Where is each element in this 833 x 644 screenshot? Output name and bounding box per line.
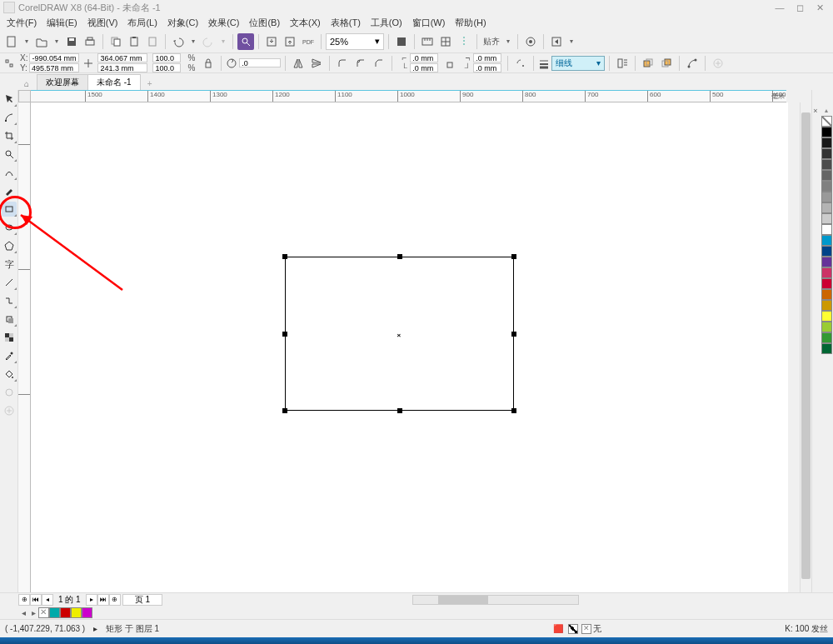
lock-corners-button[interactable] — [441, 55, 458, 72]
tab-welcome[interactable]: 欢迎屏幕 — [37, 74, 88, 90]
fill-none-swatch[interactable] — [581, 624, 591, 634]
palette-swatch[interactable] — [821, 246, 832, 257]
resize-handle-br[interactable] — [511, 408, 516, 413]
interactive-fill-tool[interactable] — [2, 367, 17, 382]
connector-tool[interactable] — [2, 293, 17, 308]
transparency-tool[interactable] — [2, 330, 17, 345]
search-content-button[interactable] — [237, 33, 254, 50]
zoom-select[interactable]: 25%▾ — [326, 33, 384, 50]
smart-fill-tool[interactable] — [2, 385, 17, 400]
polygon-tool[interactable] — [2, 238, 17, 253]
palette-swatch[interactable] — [821, 300, 832, 311]
palette-swatch[interactable] — [821, 257, 832, 267]
convert-curves-button[interactable] — [684, 55, 701, 72]
resize-handle-tl[interactable] — [282, 254, 287, 259]
menu-object[interactable]: 对象(C) — [162, 17, 203, 29]
eyedropper-tool[interactable] — [2, 348, 17, 363]
snap-dropdown[interactable]: ▾ — [503, 37, 513, 45]
pick-tool[interactable] — [2, 92, 17, 107]
menu-bitmap[interactable]: 位图(B) — [244, 17, 285, 29]
shape-tool[interactable] — [2, 110, 17, 125]
options-button[interactable] — [522, 33, 539, 50]
palette-swatch[interactable] — [821, 267, 832, 278]
menu-edit[interactable]: 编辑(E) — [42, 17, 82, 29]
corner-chamfer-button[interactable] — [371, 55, 387, 72]
palette-swatch[interactable] — [821, 170, 832, 181]
vertical-scrollbar[interactable] — [800, 102, 811, 592]
width-input[interactable] — [97, 53, 147, 62]
mirror-v-button[interactable] — [308, 55, 325, 72]
page-prev[interactable]: ◂ — [42, 594, 53, 606]
snap-label[interactable]: 贴齐 — [481, 36, 501, 47]
palette-swatch[interactable] — [821, 289, 832, 300]
drop-shadow-tool[interactable] — [2, 312, 17, 327]
fill-swatch[interactable] — [568, 624, 578, 634]
palette-swatch[interactable] — [821, 213, 832, 224]
palette-swatch[interactable] — [821, 181, 832, 192]
wrap-text-button[interactable] — [614, 55, 631, 72]
home-icon[interactable]: ⌂ — [20, 77, 33, 90]
height-input[interactable] — [97, 63, 147, 72]
menu-help[interactable]: 帮助(H) — [450, 17, 491, 29]
redo-button[interactable] — [200, 33, 217, 50]
show-rulers-button[interactable] — [419, 33, 436, 50]
doc-swatch[interactable] — [82, 607, 92, 618]
quick-customize-button[interactable] — [710, 55, 726, 72]
open-button[interactable] — [33, 33, 50, 50]
close-button[interactable]: ✕ — [810, 1, 830, 14]
page-next[interactable]: ▸ — [86, 594, 97, 606]
quick-customize-tools[interactable] — [2, 403, 17, 418]
palette-swatch-none[interactable] — [821, 116, 832, 127]
doc-swatch[interactable] — [49, 607, 60, 618]
resize-handle-mr[interactable] — [511, 332, 516, 337]
scale-x-input[interactable] — [152, 53, 181, 62]
tab-document-1[interactable]: 未命名 -1 — [87, 74, 141, 90]
minimize-button[interactable]: — — [770, 1, 790, 14]
resize-handle-tr[interactable] — [511, 254, 516, 259]
undo-button[interactable] — [170, 33, 187, 50]
parallel-dimension-tool[interactable] — [2, 275, 17, 290]
fullscreen-button[interactable] — [393, 33, 410, 50]
copy-button[interactable] — [107, 33, 124, 50]
launch-dropdown[interactable]: ▾ — [566, 37, 576, 45]
paste-button[interactable] — [126, 33, 142, 50]
lock-ratio-button[interactable] — [200, 55, 217, 72]
palette-swatch[interactable] — [821, 148, 832, 159]
redo-dropdown[interactable]: ▾ — [218, 37, 228, 45]
vertical-ruler[interactable] — [18, 102, 31, 592]
resize-handle-bm[interactable] — [397, 408, 402, 413]
horizontal-ruler[interactable]: 1500 1400 1300 1200 1100 1000 900 800 70… — [31, 90, 786, 102]
palette-left-icon[interactable]: ◂ — [18, 608, 28, 617]
doc-swatch[interactable] — [71, 607, 82, 618]
drawing-canvas[interactable]: × — [31, 102, 788, 592]
corner-tl-input[interactable] — [410, 53, 438, 62]
to-back-button[interactable] — [658, 55, 675, 72]
resize-handle-tm[interactable] — [397, 254, 402, 259]
menu-window[interactable]: 窗口(W) — [407, 17, 451, 29]
horizontal-scrollbar[interactable] — [412, 595, 579, 605]
palette-swatch[interactable] — [821, 127, 832, 137]
palette-up-icon[interactable]: ▴ — [825, 107, 828, 114]
palette-swatch[interactable] — [821, 235, 832, 246]
scroll-thumb[interactable] — [801, 112, 811, 579]
rectangle-tool[interactable] — [2, 202, 17, 217]
resize-handle-bl[interactable] — [282, 408, 287, 413]
menu-text[interactable]: 文本(X) — [285, 17, 326, 29]
show-guides-button[interactable] — [456, 33, 472, 50]
ruler-corner[interactable] — [18, 90, 31, 102]
page-first[interactable]: ⏮ — [30, 594, 42, 606]
ellipse-tool[interactable] — [2, 220, 17, 235]
docker-close-icon[interactable]: × — [811, 107, 820, 115]
palette-swatch[interactable] — [821, 224, 832, 235]
menu-file[interactable]: 文件(F) — [2, 17, 42, 29]
palette-swatch[interactable] — [821, 159, 832, 170]
doc-swatch[interactable] — [60, 607, 71, 618]
palette-swatch[interactable] — [821, 202, 832, 213]
text-tool[interactable]: 字 — [2, 257, 17, 272]
launch-button[interactable] — [548, 33, 565, 50]
add-tab-button[interactable]: + — [143, 77, 157, 90]
menu-layout[interactable]: 布局(L) — [122, 17, 162, 29]
docker-panel[interactable]: × — [811, 90, 820, 592]
page-add-end[interactable]: ⊕ — [109, 594, 121, 606]
clipboard-button[interactable] — [144, 33, 161, 50]
